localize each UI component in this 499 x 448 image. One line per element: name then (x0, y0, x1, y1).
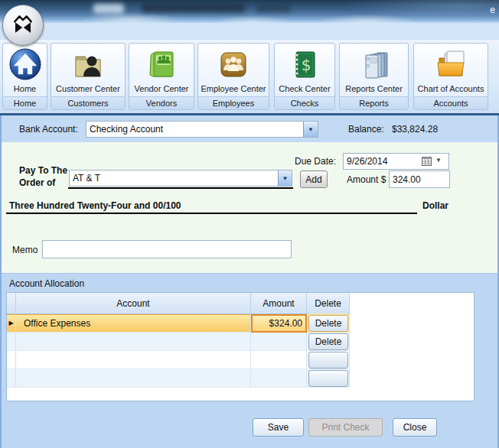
payee-label-line2: Order of (19, 177, 55, 188)
balance-label: Balance: (348, 124, 384, 135)
check-form: Due Date: ▼ Pay To The Order of ▼ Add Am… (0, 142, 499, 273)
blurred-title-text (93, 4, 124, 14)
ribbon-button-label: Home (3, 84, 47, 93)
ribbon-button-label: Customer Center (51, 84, 125, 93)
ribbon-button-home[interactable]: Home Home (2, 43, 47, 110)
ribbon-group-caption: Vendors (129, 96, 194, 109)
row-selector-cell[interactable] (7, 333, 16, 351)
reports-center-icon (340, 46, 408, 83)
ribbon-button-label: Chart of Accounts (414, 84, 488, 93)
ribbon-button-check-center[interactable]: $ Check Center Checks (274, 43, 335, 110)
account-cell[interactable] (16, 333, 251, 351)
ribbon-toolbar: Home Home Customer Center Customers (0, 40, 499, 113)
delete-button[interactable]: Delete (308, 333, 348, 350)
account-allocation-title: Account Allocation (9, 278, 84, 289)
ribbon-button-label: Vendor Center (129, 84, 194, 93)
ribbon-group-caption: Checks (275, 96, 334, 109)
payee-combobox[interactable] (69, 170, 292, 187)
amount-cell-selected[interactable]: $324.00 (251, 314, 307, 333)
add-button[interactable]: Add (300, 170, 328, 188)
vendor-center-icon (129, 46, 194, 83)
due-date-input[interactable] (343, 153, 449, 170)
balance-value: $33,824.28 (392, 124, 438, 135)
account-cell[interactable]: Office Expenses (16, 314, 251, 333)
bank-account-label: Bank Account: (19, 124, 78, 135)
ribbon-group-caption: Customers (51, 96, 125, 109)
ribbon-button-label: Check Center (275, 84, 334, 93)
amount-cell[interactable] (251, 351, 307, 369)
ribbon-button-employee-center[interactable]: Employee Center Employees (197, 43, 269, 110)
column-header-account[interactable]: Account (16, 293, 251, 314)
ribbon-group-caption: Home (3, 96, 47, 109)
check-center-icon: $ (275, 46, 334, 83)
save-button[interactable]: Save (253, 418, 304, 437)
amount-input[interactable] (389, 170, 450, 188)
payee-dropdown-arrow[interactable]: ▼ (278, 170, 292, 186)
amount-cell[interactable] (251, 333, 307, 351)
ribbon-button-label: Employee Center (198, 84, 269, 93)
payee-label-line1: Pay To The (19, 165, 67, 176)
calendar-icon[interactable] (422, 156, 432, 166)
row-selector-cell[interactable] (7, 369, 16, 388)
window-left-edge (0, 115, 2, 448)
due-date-label: Due Date: (295, 156, 335, 167)
blurred-title-text (256, 4, 291, 12)
amount-in-words: Three Hundred Twenty-Four and 00/100 (9, 200, 181, 211)
window-title-fragment: e (490, 5, 495, 15)
due-date-dropdown-arrow[interactable]: ▼ (435, 157, 442, 164)
column-header-delete[interactable]: Delete (307, 293, 350, 314)
delete-button-blank[interactable] (308, 370, 348, 387)
account-cell[interactable] (16, 369, 251, 388)
title-bar: e (0, 0, 499, 23)
app-logo-icon (10, 12, 36, 38)
bank-account-combobox[interactable] (86, 121, 318, 138)
tab-bar: Home Sales/Customer Purchases/Vendor/Pay… (0, 23, 499, 41)
amount-cell[interactable] (251, 369, 307, 388)
delete-button-blank[interactable] (308, 352, 348, 368)
ribbon-button-label: Reports Center (340, 84, 408, 93)
bank-account-band: Bank Account: ▼ Balance: $33,824.28 (0, 115, 499, 143)
column-header-amount[interactable]: Amount (251, 293, 307, 314)
memo-label: Memo (12, 245, 38, 255)
svg-text:$: $ (302, 56, 311, 74)
print-check-button[interactable]: Print Check (308, 418, 383, 437)
employee-center-icon (198, 46, 269, 83)
account-allocation-section: Account Allocation Account Amount Delete… (0, 273, 499, 448)
ribbon-group-caption: Employees (198, 96, 269, 109)
row-selector-cell[interactable]: ▶ (7, 314, 16, 333)
amount-words-underline (6, 213, 417, 214)
ribbon-button-reports-center[interactable]: Reports Center Reports (339, 43, 409, 110)
payee-underline (68, 187, 293, 189)
ribbon-group-caption: Reports (340, 96, 408, 109)
bank-account-dropdown-arrow[interactable]: ▼ (303, 122, 318, 137)
dollar-label: Dollar (422, 200, 448, 211)
customer-center-icon (51, 46, 125, 83)
application-window: e Home Sales/Customer Purchases/Vendor/P… (0, 0, 499, 448)
ribbon-group-caption: Accounts (414, 96, 488, 109)
ribbon-button-customer-center[interactable]: Customer Center Customers (51, 43, 126, 110)
close-button[interactable]: Close (393, 418, 437, 437)
memo-input[interactable] (42, 240, 292, 258)
chart-of-accounts-icon (414, 46, 488, 83)
account-cell[interactable] (16, 351, 251, 369)
delete-button[interactable]: Delete (308, 315, 348, 332)
ribbon-button-vendor-center[interactable]: Vendor Center Vendors (129, 43, 194, 110)
row-selector-cell[interactable] (7, 351, 16, 369)
row-selector-header (7, 293, 16, 314)
account-allocation-panel: Account Amount Delete ▶ Office Expenses … (6, 292, 475, 401)
selected-row-arrow-icon: ▶ (8, 320, 13, 326)
amount-label: Amount $ (347, 174, 386, 185)
blurred-title-text (142, 4, 245, 12)
ribbon-button-chart-of-accounts[interactable]: Chart of Accounts Accounts (413, 43, 488, 110)
app-logo-orb[interactable] (2, 5, 44, 46)
home-icon (3, 46, 47, 83)
